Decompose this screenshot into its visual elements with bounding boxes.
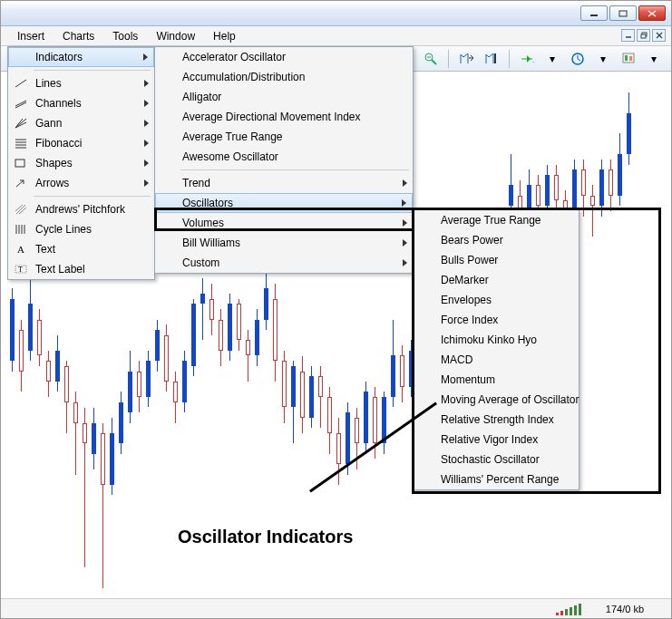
chevron-right-icon [144, 100, 149, 107]
menu-charts[interactable]: Charts [54, 26, 103, 45]
candlestick [37, 309, 42, 366]
menu-item-label: Custom [182, 256, 219, 269]
menu-item-label: Average True Range [182, 131, 283, 143]
menu-item-label: Accumulation/Distribution [182, 71, 305, 83]
candlestick [400, 345, 404, 402]
oscillators-item-force-index[interactable]: Force Index [414, 310, 579, 330]
chevron-down-icon[interactable]: ▾ [644, 49, 664, 69]
candlestick [137, 361, 141, 412]
mdi-restore-button[interactable] [637, 29, 650, 42]
indicators-item-volumes[interactable]: Volumes [155, 213, 413, 233]
text-icon: A [12, 242, 30, 256]
oscillators-item-stochastic-oscillator[interactable]: Stochastic Oscillator [414, 450, 579, 469]
insert-item-fibonacci[interactable]: Fibonacci [8, 133, 154, 153]
svg-text:T: T [18, 266, 23, 274]
toolbar-separator [509, 50, 510, 68]
oscillators-item-relative-vigor-index[interactable]: Relative Vigor Index [414, 430, 579, 450]
oscillators-item-moving-average-of-oscillator[interactable]: Moving Average of Oscillator [414, 390, 579, 410]
oscillators-item-macd[interactable]: MACD [414, 350, 579, 370]
indicators-item-accumulation-distribution[interactable]: Accumulation/Distribution [155, 67, 413, 87]
menu-window[interactable]: Window [147, 26, 204, 45]
indicators-item-bill-williams[interactable]: Bill Williams [155, 233, 413, 253]
insert-item-lines[interactable]: Lines [8, 73, 154, 93]
insert-dropdown: IndicatorsLinesChannelsGannFibonacciShap… [7, 46, 155, 280]
mdi-close-button[interactable] [652, 29, 666, 42]
menu-item-label: Relative Strength Index [441, 413, 554, 426]
chevron-right-icon [403, 219, 407, 227]
menu-item-label: Shapes [35, 157, 73, 169]
oscillators-item-williams-percent-range[interactable]: Williams' Percent Range [414, 469, 579, 489]
line-icon [12, 76, 30, 91]
menu-item-label: Ichimoku Kinko Hyo [441, 334, 537, 346]
menu-item-label: Williams' Percent Range [441, 473, 559, 486]
candlestick [255, 309, 259, 366]
chevron-down-icon[interactable]: ▾ [542, 49, 562, 69]
indicators-item-awesome-oscillator[interactable]: Awesome Oscillator [155, 147, 413, 167]
menu-item-label: Awesome Oscillator [182, 150, 278, 163]
oscillators-item-relative-strength-index[interactable]: Relative Strength Index [414, 410, 579, 430]
oscillators-item-demarker[interactable]: DeMarker [414, 270, 579, 290]
insert-item-text[interactable]: AText [8, 239, 154, 259]
insert-item-arrows[interactable]: Arrows [8, 173, 154, 193]
candlestick [200, 278, 205, 340]
candlestick [572, 160, 577, 217]
chevron-down-icon[interactable]: ▾ [593, 49, 613, 69]
candlestick [336, 418, 341, 485]
arrows-icon [12, 176, 30, 190]
oscillators-item-average-true-range[interactable]: Average True Range [414, 210, 579, 230]
candlestick [19, 320, 24, 392]
menu-item-label: Volumes [182, 217, 224, 229]
auto-scroll-icon[interactable] [456, 49, 476, 69]
candlestick [164, 324, 169, 392]
chevron-right-icon [403, 259, 407, 266]
insert-item-text-label[interactable]: TText Label [8, 259, 154, 279]
oscillators-item-envelopes[interactable]: Envelopes [414, 290, 579, 310]
zoom-out-icon[interactable] [421, 49, 441, 69]
candlestick [110, 418, 114, 496]
menu-help[interactable]: Help [204, 26, 245, 45]
maximize-button[interactable] [609, 5, 637, 21]
gann-icon [12, 116, 30, 131]
indicators-item-average-directional-movement-index[interactable]: Average Directional Movement Index [155, 107, 413, 127]
mdi-minimize-button[interactable] [621, 29, 635, 42]
oscillators-item-bulls-power[interactable]: Bulls Power [414, 250, 579, 270]
candlestick [282, 351, 287, 423]
candlestick [209, 284, 214, 335]
candlestick [128, 351, 132, 423]
periods-icon[interactable] [568, 49, 588, 69]
menu-tools[interactable]: Tools [103, 26, 147, 45]
oscillators-item-bears-power[interactable]: Bears Power [414, 230, 579, 250]
oscillators-item-momentum[interactable]: Momentum [414, 370, 579, 390]
minimize-button[interactable] [580, 5, 608, 21]
menu-insert[interactable]: Insert [8, 26, 54, 45]
text-label-icon: T [12, 262, 30, 276]
close-button[interactable] [638, 5, 666, 21]
candlestick [73, 392, 78, 474]
oscillators-item-ichimoku-kinko-hyo[interactable]: Ichimoku Kinko Hyo [414, 330, 579, 350]
indicators-list-icon[interactable]: + [517, 49, 537, 69]
menu-item-label: Stochastic Oscillator [441, 453, 540, 466]
candlestick [46, 351, 51, 397]
chevron-right-icon [403, 179, 407, 187]
chart-shift-icon[interactable] [482, 49, 502, 69]
insert-item-shapes[interactable]: Shapes [8, 153, 154, 173]
menu-item-label: Average True Range [441, 214, 541, 227]
insert-item-cycle-lines[interactable]: Cycle Lines [8, 219, 154, 239]
candlestick [364, 382, 368, 454]
menu-item-label: Channels [35, 97, 82, 110]
candlestick [246, 330, 250, 382]
insert-item-channels[interactable]: Channels [8, 93, 154, 113]
chevron-right-icon [144, 80, 149, 87]
indicators-item-alligator[interactable]: Alligator [155, 87, 413, 107]
insert-item-gann[interactable]: Gann [8, 113, 154, 133]
menu-item-label: Fibonacci [35, 137, 82, 150]
templates-icon[interactable] [618, 49, 638, 69]
indicators-item-oscillators[interactable]: Oscillators [155, 193, 413, 213]
fibonacci-icon [12, 136, 30, 150]
indicators-item-custom[interactable]: Custom [155, 253, 413, 273]
indicators-item-trend[interactable]: Trend [155, 173, 413, 193]
indicators-item-accelerator-oscillator[interactable]: Accelerator Oscillator [155, 47, 413, 67]
indicators-item-average-true-range[interactable]: Average True Range [155, 127, 413, 147]
insert-item-indicators[interactable]: Indicators [8, 47, 154, 67]
insert-item-andrews-pitchfork[interactable]: Andrews' Pitchfork [8, 199, 154, 219]
